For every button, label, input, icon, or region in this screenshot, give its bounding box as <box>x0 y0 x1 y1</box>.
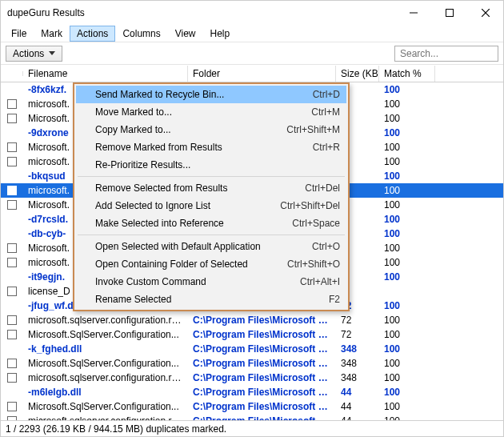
row-checkbox[interactable] <box>7 287 17 296</box>
actions-dropdown-button[interactable]: Actions <box>6 46 62 62</box>
cell-folder: C:\Program Files\Microsoft SQ... <box>188 415 336 420</box>
row-checkbox-cell <box>1 372 23 383</box>
row-checkbox[interactable] <box>7 243 17 253</box>
menu-item-label: Send Marked to Recycle Bin... <box>95 89 305 100</box>
menu-item[interactable]: Open Selected with Default ApplicationCt… <box>76 238 346 255</box>
row-checkbox[interactable] <box>7 114 17 123</box>
table-row[interactable]: Microsoft.SqlServer.Configuration...C:\P… <box>1 327 503 342</box>
row-checkbox-cell <box>1 185 23 196</box>
menu-item-shortcut: Ctrl+R <box>313 142 340 153</box>
cell-match: 100 <box>379 299 435 312</box>
row-checkbox-cell <box>1 358 23 369</box>
row-checkbox[interactable] <box>7 416 17 420</box>
menu-item[interactable]: Copy Marked to...Ctrl+Shift+M <box>76 121 346 138</box>
menu-item[interactable]: Remove Selected from ResultsCtrl+Del <box>76 179 346 197</box>
row-checkbox[interactable] <box>7 142 17 152</box>
row-checkbox[interactable] <box>7 373 17 383</box>
table-row[interactable]: Microsoft.SqlServer.Configuration...C:\P… <box>1 399 503 414</box>
row-checkbox[interactable] <box>7 330 17 339</box>
cell-match: 100 <box>379 141 435 154</box>
menu-item-shortcut: Ctrl+M <box>311 106 340 118</box>
header-match[interactable]: Match % <box>379 66 435 82</box>
row-checkbox[interactable] <box>7 315 17 325</box>
menu-item[interactable]: Make Selected into ReferenceCtrl+Space <box>76 214 346 232</box>
menu-file[interactable]: File <box>4 26 34 42</box>
header-size[interactable]: Size (KB) <box>336 66 379 82</box>
cell-match: 100 <box>379 256 435 269</box>
table-row[interactable]: microsoft.sqlserver.configuration.rs...C… <box>1 414 503 420</box>
menu-actions[interactable]: Actions <box>70 26 115 42</box>
table-row[interactable]: -k_fghed.dllC:\Program Files\Microsoft S… <box>1 342 503 356</box>
menu-item[interactable]: Send Marked to Recycle Bin...Ctrl+D <box>76 86 346 103</box>
row-checkbox[interactable] <box>7 402 17 411</box>
row-checkbox[interactable] <box>7 258 17 267</box>
menu-item[interactable]: Re-Prioritize Results... <box>76 156 346 174</box>
menu-item[interactable]: Invoke Custom CommandCtrl+Alt+I <box>76 273 346 291</box>
minimize-button[interactable] <box>395 1 431 25</box>
cell-match: 100 <box>379 213 435 226</box>
menu-item-label: Remove Marked from Results <box>95 142 305 153</box>
menu-item-shortcut: Ctrl+Shift+O <box>287 259 340 270</box>
maximize-button[interactable] <box>431 1 467 25</box>
row-checkbox[interactable] <box>7 200 17 210</box>
table-row[interactable]: -m6lelgb.dllC:\Program Files\Microsoft S… <box>1 385 503 399</box>
menu-item-shortcut: Ctrl+Shift+Del <box>280 200 340 211</box>
menu-help[interactable]: Help <box>203 26 238 42</box>
row-checkbox-cell <box>1 276 23 278</box>
content: Filename Folder Size (KB) Match % -8fx6k… <box>1 65 503 420</box>
app-window: dupeGuru Results File Mark Actions Colum… <box>0 0 504 437</box>
menu-item[interactable]: Add Selected to Ignore ListCtrl+Shift+De… <box>76 197 346 214</box>
header-folder[interactable]: Folder <box>188 66 336 82</box>
row-checkbox[interactable] <box>7 157 17 166</box>
results-body[interactable]: -8fx6kzf.100microsoft.100Microsoft.100-9… <box>1 82 503 420</box>
cell-size: 72 <box>336 314 379 327</box>
cell-match: 100 <box>379 400 435 413</box>
row-checkbox[interactable] <box>7 186 17 195</box>
menu-item-shortcut: F2 <box>329 294 340 305</box>
menu-item-label: Open Selected with Default Application <box>95 241 304 252</box>
table-row[interactable]: microsoft.sqlserver.configuration.rs...C… <box>1 313 503 327</box>
search-input[interactable] <box>394 46 498 62</box>
cell-fname: Microsoft.SqlServer.Configuration... <box>23 328 188 341</box>
statusbar: 1 / 2293 (26.19 KB / 944.15 MB) duplicat… <box>1 420 503 436</box>
cell-fname: -k_fghed.dll <box>23 343 188 355</box>
table-row[interactable]: Microsoft.SqlServer.Configuration...C:\P… <box>1 356 503 371</box>
cell-size: 348 <box>336 343 379 355</box>
menu-item[interactable]: Open Containing Folder of SelectedCtrl+S… <box>76 255 346 273</box>
menu-item[interactable]: Rename SelectedF2 <box>76 291 346 308</box>
cell-match: 100 <box>379 386 435 399</box>
header-filename[interactable]: Filename <box>23 66 188 82</box>
header-checkbox[interactable] <box>1 71 23 76</box>
cell-match: 100 <box>379 314 435 327</box>
cell-match: 100 <box>379 170 435 182</box>
menu-mark[interactable]: Mark <box>34 26 70 42</box>
row-checkbox-cell <box>1 315 23 326</box>
row-checkbox-cell <box>1 286 23 297</box>
cell-match: 100 <box>379 112 435 125</box>
cell-size: 44 <box>336 415 379 420</box>
menu-item-label: Invoke Custom Command <box>95 276 292 287</box>
cell-match: 100 <box>379 198 435 211</box>
table-row[interactable]: microsoft.sqlserver.configuration.rs...C… <box>1 371 503 385</box>
row-checkbox-cell <box>1 233 23 235</box>
row-checkbox-cell <box>1 199 23 210</box>
row-checkbox[interactable] <box>7 99 17 109</box>
row-checkbox-cell <box>1 175 23 177</box>
toolbar: Actions <box>1 42 503 65</box>
cell-match: 100 <box>379 83 435 96</box>
row-checkbox-cell <box>1 218 23 220</box>
menu-item-shortcut: Ctrl+Del <box>305 182 340 194</box>
menu-columns[interactable]: Columns <box>115 26 167 42</box>
menu-item[interactable]: Remove Marked from ResultsCtrl+R <box>76 138 346 156</box>
cell-match: 100 <box>379 415 435 420</box>
close-button[interactable] <box>467 1 503 25</box>
menu-item[interactable]: Move Marked to...Ctrl+M <box>76 103 346 121</box>
cell-fname: microsoft.sqlserver.configuration.rs... <box>23 371 188 384</box>
cell-fname: microsoft.sqlserver.configuration.rs... <box>23 415 188 420</box>
row-checkbox-cell <box>1 415 23 420</box>
menu-item-label: Make Selected into Reference <box>95 218 284 229</box>
row-checkbox[interactable] <box>7 359 17 368</box>
menu-view[interactable]: View <box>168 26 203 42</box>
menu-item-shortcut: Ctrl+O <box>312 241 340 252</box>
actions-menu: Send Marked to Recycle Bin...Ctrl+DMove … <box>73 82 350 311</box>
